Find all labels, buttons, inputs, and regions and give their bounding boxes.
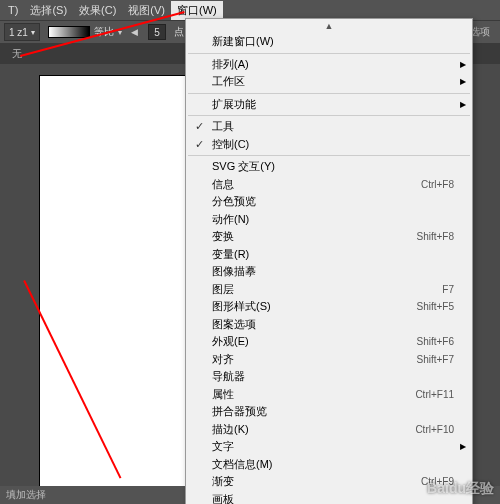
menu-item-label: 新建窗口(W) xyxy=(212,34,454,49)
menu-shortcut: Ctrl+F11 xyxy=(415,389,454,400)
layer-value: 1 z1 xyxy=(9,27,28,38)
menu-item-label: 图形样式(S) xyxy=(212,299,416,314)
menu-separator xyxy=(188,115,470,116)
menu-item[interactable]: 外观(E)Shift+F6 xyxy=(186,333,472,351)
menu-item[interactable]: 扩展功能▶ xyxy=(186,96,472,114)
menu-item[interactable]: 图像描摹 xyxy=(186,263,472,281)
menu-item-label: 渐变 xyxy=(212,474,421,489)
menu-item[interactable]: 拼合器预览 xyxy=(186,403,472,421)
menu-item[interactable]: 工作区▶ xyxy=(186,73,472,91)
menu-item[interactable]: 文档信息(M) xyxy=(186,456,472,474)
menu-item-label: 描边(K) xyxy=(212,422,415,437)
menu-item-label: 工具 xyxy=(212,119,454,134)
menu-item[interactable]: 分色预览 xyxy=(186,193,472,211)
menu-shortcut: Ctrl+F10 xyxy=(415,424,454,435)
menu-item-label: 排列(A) xyxy=(212,57,454,72)
menu-item-label: 控制(C) xyxy=(212,137,454,152)
menu-item[interactable]: 新建窗口(W) xyxy=(186,33,472,51)
menu-item[interactable]: 导航器 xyxy=(186,368,472,386)
stroke-preview[interactable] xyxy=(48,26,90,38)
submenu-arrow-icon: ▶ xyxy=(460,442,466,451)
menu-item[interactable]: 图层F7 xyxy=(186,281,472,299)
submenu-arrow-icon: ▶ xyxy=(460,77,466,86)
menu-item[interactable]: 文字▶ xyxy=(186,438,472,456)
menu-item-label: 属性 xyxy=(212,387,415,402)
menu-item-label: 信息 xyxy=(212,177,421,192)
submenu-arrow-icon: ▶ xyxy=(460,60,466,69)
menu-item-label: 对齐 xyxy=(212,352,416,367)
menu-shortcut: Ctrl+F8 xyxy=(421,179,454,190)
check-icon: ✓ xyxy=(186,138,212,151)
menu-item-label: 文档信息(M) xyxy=(212,457,454,472)
menu-item-label: 扩展功能 xyxy=(212,97,454,112)
menu-scroll-up[interactable]: ▲ xyxy=(186,19,472,33)
menu-item-label: 工作区 xyxy=(212,74,454,89)
menu-item-label: 图像描摹 xyxy=(212,264,454,279)
menu-item[interactable]: ✓控制(C) xyxy=(186,136,472,154)
menu-item-label: 变量(R) xyxy=(212,247,454,262)
layer-dropdown[interactable]: 1 z1 ▾ xyxy=(4,23,40,41)
menu-shortcut: Shift+F7 xyxy=(416,354,454,365)
menu-item[interactable]: 动作(N) xyxy=(186,211,472,229)
menu-separator xyxy=(188,53,470,54)
menu-select[interactable]: 选择(S) xyxy=(24,1,73,20)
menu-item-label: 变换 xyxy=(212,229,416,244)
menu-item-label: 图层 xyxy=(212,282,442,297)
sides-value[interactable]: 5 xyxy=(148,24,166,40)
menu-item-label: 动作(N) xyxy=(212,212,454,227)
menu-shortcut: F7 xyxy=(442,284,454,295)
check-icon: ✓ xyxy=(186,120,212,133)
submenu-arrow-icon: ▶ xyxy=(460,100,466,109)
right-label: 选项 xyxy=(470,25,490,39)
menu-item-label: SVG 交互(Y) xyxy=(212,159,454,174)
menu-shortcut: Shift+F8 xyxy=(416,231,454,242)
menu-item[interactable]: 排列(A)▶ xyxy=(186,56,472,74)
window-menu: ▲ 新建窗口(W)排列(A)▶工作区▶扩展功能▶✓工具✓控制(C)SVG 交互(… xyxy=(185,18,473,504)
menu-item[interactable]: 图形样式(S)Shift+F5 xyxy=(186,298,472,316)
menu-item[interactable]: 信息Ctrl+F8 xyxy=(186,176,472,194)
menu-shortcut: Shift+F5 xyxy=(416,301,454,312)
menu-separator xyxy=(188,155,470,156)
menu-shortcut: Ctrl+F9 xyxy=(421,476,454,487)
status-text: 填加选择 xyxy=(6,488,46,502)
menu-window[interactable]: 窗口(W) xyxy=(171,1,223,20)
menu-item[interactable]: 属性Ctrl+F11 xyxy=(186,386,472,404)
menubar: T) 选择(S) 效果(C) 视图(V) 窗口(W) xyxy=(0,0,500,20)
menu-separator xyxy=(188,93,470,94)
menu-item-label: 外观(E) xyxy=(212,334,416,349)
menu-item[interactable]: ✓工具 xyxy=(186,118,472,136)
menu-item-label: 导航器 xyxy=(212,369,454,384)
menu-item-label: 画板 xyxy=(212,492,454,504)
menu-item-label: 图案选项 xyxy=(212,317,454,332)
menu-effect[interactable]: 效果(C) xyxy=(73,1,122,20)
menu-item[interactable]: 画板 xyxy=(186,491,472,505)
menu-t[interactable]: T) xyxy=(2,2,24,18)
menu-item[interactable]: 描边(K)Ctrl+F10 xyxy=(186,421,472,439)
menu-item-label: 分色预览 xyxy=(212,194,454,209)
menu-item[interactable]: 对齐Shift+F7 xyxy=(186,351,472,369)
chevron-down-icon: ▾ xyxy=(31,28,35,37)
menu-item[interactable]: 图案选项 xyxy=(186,316,472,334)
menu-item-label: 文字 xyxy=(212,439,454,454)
menu-item-label: 拼合器预览 xyxy=(212,404,454,419)
menu-item[interactable]: 渐变Ctrl+F9 xyxy=(186,473,472,491)
menu-item[interactable]: 变换Shift+F8 xyxy=(186,228,472,246)
menu-shortcut: Shift+F6 xyxy=(416,336,454,347)
menu-item[interactable]: SVG 交互(Y) xyxy=(186,158,472,176)
menu-item[interactable]: 变量(R) xyxy=(186,246,472,264)
